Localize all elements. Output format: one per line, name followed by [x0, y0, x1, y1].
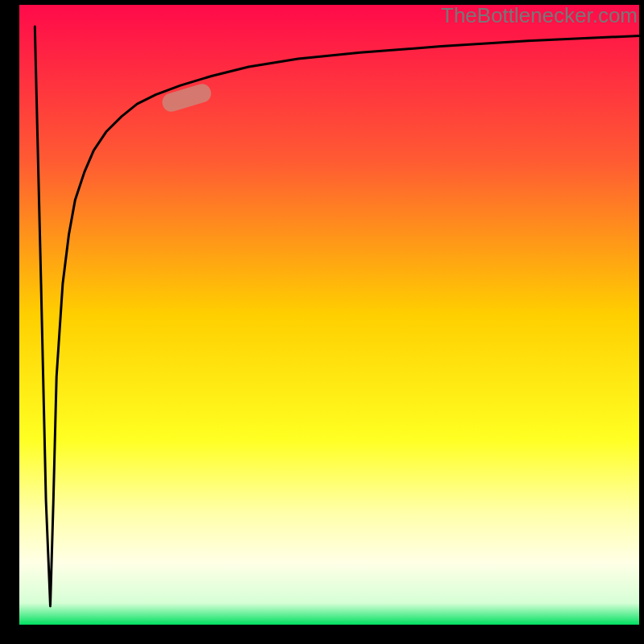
bottleneck-chart: [0, 0, 644, 644]
chart-plot-area: [19, 5, 639, 625]
watermark-text: TheBottlenecker.com: [441, 3, 638, 28]
